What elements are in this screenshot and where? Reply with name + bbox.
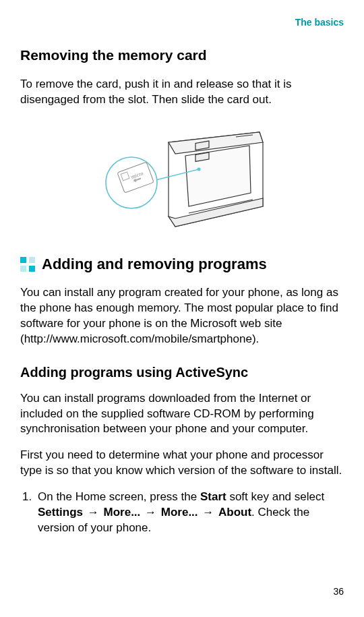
paragraph-determine-processor: First you need to determine what your ph…: [20, 448, 344, 479]
arrow-icon: →: [140, 506, 160, 519]
phone-illustration: micro: [94, 119, 270, 233]
step1-more1: More...: [104, 506, 141, 519]
paragraph-install-program: You can install any program created for …: [20, 285, 344, 347]
step-list: On the Home screen, press the Start soft…: [20, 490, 344, 536]
heading-activesync: Adding programs using ActiveSync: [20, 363, 344, 382]
figure-phone-memory-card: micro: [20, 119, 344, 238]
step1-settings: Settings: [38, 506, 83, 519]
svg-point-9: [198, 168, 201, 171]
paragraph-activesync-install: You can install programs downloaded from…: [20, 391, 344, 438]
step-1: On the Home screen, press the Start soft…: [35, 490, 344, 536]
heading-removing-memory-card: Removing the memory card: [20, 46, 344, 65]
step1-about: About: [218, 506, 251, 519]
section-adding-removing-programs: Adding and removing programs: [20, 254, 344, 274]
paragraph-remove-card: To remove the card, push it in and relea…: [20, 77, 344, 108]
page-number: 36: [333, 585, 344, 598]
step1-text-pre: On the Home screen, press the: [38, 490, 200, 503]
step1-text-mid1: soft key and select: [226, 490, 325, 503]
step1-start: Start: [200, 490, 226, 503]
arrow-icon: →: [198, 506, 218, 519]
section-title: Adding and removing programs: [42, 254, 267, 274]
section-bullet-icon: [20, 257, 35, 272]
arrow-icon: →: [83, 506, 103, 519]
chapter-header: The basics: [295, 16, 344, 29]
step1-more2: More...: [161, 506, 198, 519]
